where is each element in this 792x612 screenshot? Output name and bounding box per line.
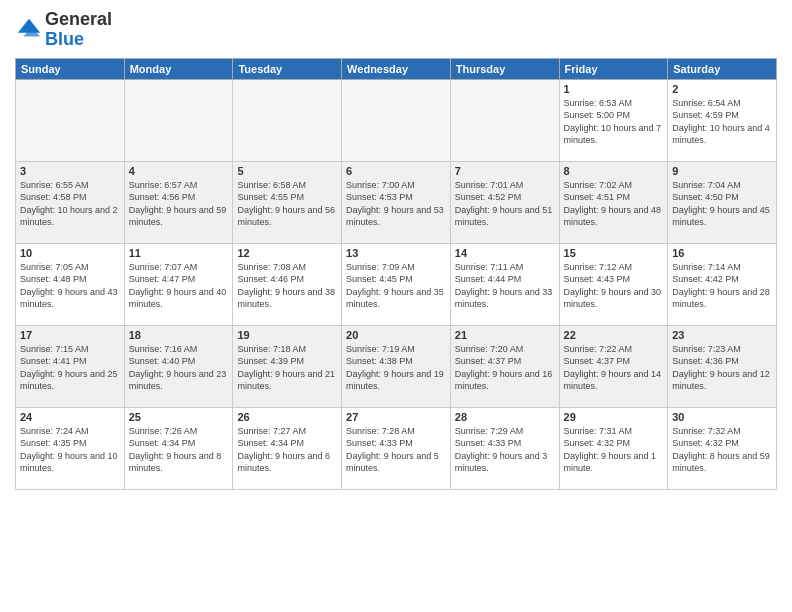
- calendar-cell: 12Sunrise: 7:08 AM Sunset: 4:46 PM Dayli…: [233, 243, 342, 325]
- day-number: 1: [564, 83, 664, 95]
- calendar-cell: [16, 79, 125, 161]
- day-info: Sunrise: 7:02 AM Sunset: 4:51 PM Dayligh…: [564, 179, 664, 229]
- day-info: Sunrise: 7:22 AM Sunset: 4:37 PM Dayligh…: [564, 343, 664, 393]
- calendar-cell: 24Sunrise: 7:24 AM Sunset: 4:35 PM Dayli…: [16, 407, 125, 489]
- day-number: 3: [20, 165, 120, 177]
- day-number: 7: [455, 165, 555, 177]
- day-info: Sunrise: 7:29 AM Sunset: 4:33 PM Dayligh…: [455, 425, 555, 475]
- calendar-cell: 20Sunrise: 7:19 AM Sunset: 4:38 PM Dayli…: [342, 325, 451, 407]
- day-number: 23: [672, 329, 772, 341]
- day-number: 22: [564, 329, 664, 341]
- day-info: Sunrise: 7:26 AM Sunset: 4:34 PM Dayligh…: [129, 425, 229, 475]
- day-info: Sunrise: 7:01 AM Sunset: 4:52 PM Dayligh…: [455, 179, 555, 229]
- calendar-cell: 21Sunrise: 7:20 AM Sunset: 4:37 PM Dayli…: [450, 325, 559, 407]
- calendar-cell: [342, 79, 451, 161]
- calendar-cell: 26Sunrise: 7:27 AM Sunset: 4:34 PM Dayli…: [233, 407, 342, 489]
- calendar-cell: 3Sunrise: 6:55 AM Sunset: 4:58 PM Daylig…: [16, 161, 125, 243]
- calendar-cell: 29Sunrise: 7:31 AM Sunset: 4:32 PM Dayli…: [559, 407, 668, 489]
- day-info: Sunrise: 7:23 AM Sunset: 4:36 PM Dayligh…: [672, 343, 772, 393]
- day-info: Sunrise: 7:24 AM Sunset: 4:35 PM Dayligh…: [20, 425, 120, 475]
- day-info: Sunrise: 7:20 AM Sunset: 4:37 PM Dayligh…: [455, 343, 555, 393]
- day-number: 30: [672, 411, 772, 423]
- weekday-header-sunday: Sunday: [16, 58, 125, 79]
- day-info: Sunrise: 6:58 AM Sunset: 4:55 PM Dayligh…: [237, 179, 337, 229]
- day-number: 25: [129, 411, 229, 423]
- calendar-cell: [124, 79, 233, 161]
- weekday-header-wednesday: Wednesday: [342, 58, 451, 79]
- day-number: 10: [20, 247, 120, 259]
- day-info: Sunrise: 7:31 AM Sunset: 4:32 PM Dayligh…: [564, 425, 664, 475]
- calendar-week-5: 24Sunrise: 7:24 AM Sunset: 4:35 PM Dayli…: [16, 407, 777, 489]
- calendar-cell: [233, 79, 342, 161]
- day-number: 28: [455, 411, 555, 423]
- calendar-cell: 18Sunrise: 7:16 AM Sunset: 4:40 PM Dayli…: [124, 325, 233, 407]
- day-info: Sunrise: 7:14 AM Sunset: 4:42 PM Dayligh…: [672, 261, 772, 311]
- calendar-cell: 6Sunrise: 7:00 AM Sunset: 4:53 PM Daylig…: [342, 161, 451, 243]
- day-number: 24: [20, 411, 120, 423]
- calendar-cell: 22Sunrise: 7:22 AM Sunset: 4:37 PM Dayli…: [559, 325, 668, 407]
- day-info: Sunrise: 7:05 AM Sunset: 4:48 PM Dayligh…: [20, 261, 120, 311]
- day-info: Sunrise: 6:57 AM Sunset: 4:56 PM Dayligh…: [129, 179, 229, 229]
- day-info: Sunrise: 7:18 AM Sunset: 4:39 PM Dayligh…: [237, 343, 337, 393]
- weekday-header-monday: Monday: [124, 58, 233, 79]
- weekday-header-thursday: Thursday: [450, 58, 559, 79]
- day-info: Sunrise: 7:07 AM Sunset: 4:47 PM Dayligh…: [129, 261, 229, 311]
- calendar-cell: 5Sunrise: 6:58 AM Sunset: 4:55 PM Daylig…: [233, 161, 342, 243]
- day-number: 14: [455, 247, 555, 259]
- day-number: 27: [346, 411, 446, 423]
- calendar-week-4: 17Sunrise: 7:15 AM Sunset: 4:41 PM Dayli…: [16, 325, 777, 407]
- day-info: Sunrise: 6:54 AM Sunset: 4:59 PM Dayligh…: [672, 97, 772, 147]
- weekday-header-friday: Friday: [559, 58, 668, 79]
- calendar-week-2: 3Sunrise: 6:55 AM Sunset: 4:58 PM Daylig…: [16, 161, 777, 243]
- day-number: 16: [672, 247, 772, 259]
- day-info: Sunrise: 7:04 AM Sunset: 4:50 PM Dayligh…: [672, 179, 772, 229]
- calendar-week-1: 1Sunrise: 6:53 AM Sunset: 5:00 PM Daylig…: [16, 79, 777, 161]
- day-info: Sunrise: 7:09 AM Sunset: 4:45 PM Dayligh…: [346, 261, 446, 311]
- day-number: 9: [672, 165, 772, 177]
- calendar-week-3: 10Sunrise: 7:05 AM Sunset: 4:48 PM Dayli…: [16, 243, 777, 325]
- day-number: 4: [129, 165, 229, 177]
- calendar-cell: 11Sunrise: 7:07 AM Sunset: 4:47 PM Dayli…: [124, 243, 233, 325]
- day-number: 20: [346, 329, 446, 341]
- calendar-cell: 30Sunrise: 7:32 AM Sunset: 4:32 PM Dayli…: [668, 407, 777, 489]
- day-number: 2: [672, 83, 772, 95]
- day-number: 8: [564, 165, 664, 177]
- day-info: Sunrise: 7:00 AM Sunset: 4:53 PM Dayligh…: [346, 179, 446, 229]
- day-number: 18: [129, 329, 229, 341]
- day-info: Sunrise: 7:32 AM Sunset: 4:32 PM Dayligh…: [672, 425, 772, 475]
- day-number: 5: [237, 165, 337, 177]
- calendar-cell: 19Sunrise: 7:18 AM Sunset: 4:39 PM Dayli…: [233, 325, 342, 407]
- calendar-cell: 1Sunrise: 6:53 AM Sunset: 5:00 PM Daylig…: [559, 79, 668, 161]
- calendar-cell: 28Sunrise: 7:29 AM Sunset: 4:33 PM Dayli…: [450, 407, 559, 489]
- day-number: 12: [237, 247, 337, 259]
- calendar-cell: 27Sunrise: 7:28 AM Sunset: 4:33 PM Dayli…: [342, 407, 451, 489]
- calendar-header-row: SundayMondayTuesdayWednesdayThursdayFrid…: [16, 58, 777, 79]
- weekday-header-saturday: Saturday: [668, 58, 777, 79]
- calendar-cell: 16Sunrise: 7:14 AM Sunset: 4:42 PM Dayli…: [668, 243, 777, 325]
- calendar-cell: 23Sunrise: 7:23 AM Sunset: 4:36 PM Dayli…: [668, 325, 777, 407]
- day-info: Sunrise: 7:08 AM Sunset: 4:46 PM Dayligh…: [237, 261, 337, 311]
- logo-icon: [15, 16, 43, 44]
- day-number: 29: [564, 411, 664, 423]
- day-info: Sunrise: 7:27 AM Sunset: 4:34 PM Dayligh…: [237, 425, 337, 475]
- calendar-cell: 15Sunrise: 7:12 AM Sunset: 4:43 PM Dayli…: [559, 243, 668, 325]
- day-info: Sunrise: 7:28 AM Sunset: 4:33 PM Dayligh…: [346, 425, 446, 475]
- calendar-cell: 4Sunrise: 6:57 AM Sunset: 4:56 PM Daylig…: [124, 161, 233, 243]
- day-number: 6: [346, 165, 446, 177]
- calendar-cell: 17Sunrise: 7:15 AM Sunset: 4:41 PM Dayli…: [16, 325, 125, 407]
- calendar-cell: 13Sunrise: 7:09 AM Sunset: 4:45 PM Dayli…: [342, 243, 451, 325]
- calendar-cell: 14Sunrise: 7:11 AM Sunset: 4:44 PM Dayli…: [450, 243, 559, 325]
- day-number: 17: [20, 329, 120, 341]
- page-container: General Blue SundayMondayTuesdayWednesda…: [0, 0, 792, 500]
- calendar-body: 1Sunrise: 6:53 AM Sunset: 5:00 PM Daylig…: [16, 79, 777, 489]
- day-number: 21: [455, 329, 555, 341]
- weekday-header-tuesday: Tuesday: [233, 58, 342, 79]
- day-info: Sunrise: 6:53 AM Sunset: 5:00 PM Dayligh…: [564, 97, 664, 147]
- logo-text: General Blue: [45, 10, 112, 50]
- day-info: Sunrise: 6:55 AM Sunset: 4:58 PM Dayligh…: [20, 179, 120, 229]
- day-number: 19: [237, 329, 337, 341]
- day-number: 13: [346, 247, 446, 259]
- day-number: 15: [564, 247, 664, 259]
- calendar-cell: 10Sunrise: 7:05 AM Sunset: 4:48 PM Dayli…: [16, 243, 125, 325]
- calendar-cell: [450, 79, 559, 161]
